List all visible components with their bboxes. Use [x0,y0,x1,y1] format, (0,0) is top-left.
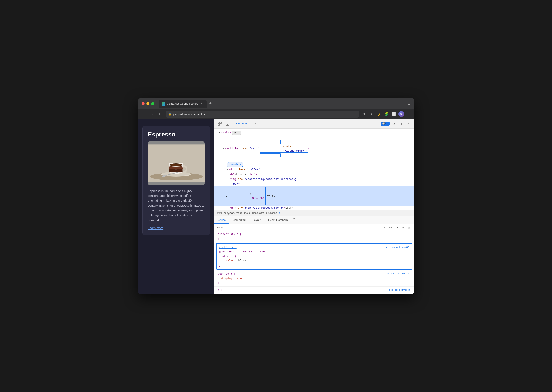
styles-tab-more[interactable]: » [291,217,297,224]
svg-point-10 [227,125,228,125]
expand-p-triangle[interactable]: ▶ [250,192,253,196]
coffee-card-title: Espresso [148,131,205,138]
filter-buttons: :hov .cls + ⧉ ⊟ [379,226,411,230]
dom-panel: ▼ <main> grid ▼ <article class= "card" s… [215,129,414,210]
hov-filter-button[interactable]: :hov [379,226,386,230]
p-element-outline: ▶ <p>…</p> [229,187,266,205]
devtools-more-button[interactable]: ⋮ [398,120,404,127]
styles-tab-styles[interactable]: Styles [215,217,229,224]
collapse-main-triangle[interactable]: ▼ [218,131,221,134]
container-badge: container [227,162,244,167]
add-style-button[interactable]: + [395,226,399,230]
coffee-image [148,141,205,185]
devtools-panel: Elements » 💬 1 ⚙ ⋮ ✕ [215,119,414,294]
active-browser-tab[interactable]: Container Queries coffee ✕ [159,100,207,108]
forward-button[interactable]: → [149,111,155,117]
address-bar[interactable]: 🔒 jec.fyi/demo/css-cq-coffee [166,111,359,118]
dom-main-line[interactable]: ▼ <main> grid [215,130,414,136]
new-tab-button[interactable]: + [208,101,214,107]
tab-elements[interactable]: Elements [232,119,251,129]
coffee-cup-svg [148,141,205,185]
extension-button[interactable]: ⚡ [376,111,382,117]
dom-a-line[interactable]: <a href= "http://coffee.com/mocha" > Lea… [215,206,414,210]
styles-tab-computed[interactable]: Computed [229,217,249,224]
traffic-lights [142,102,154,105]
share-button[interactable]: ⬆ [361,111,367,117]
element-style-rule: element.style { } [215,231,414,242]
breadcrumb-p[interactable]: p [279,211,280,215]
chat-badge[interactable]: 💬 1 [380,122,389,126]
tab-title: Container Queries coffee [167,102,198,105]
tab-close-button[interactable]: ✕ [200,102,204,105]
styles-content: element.style { } article.card css-cq-co… [215,231,414,294]
coffee-description: Espresso is the name of a highly concent… [148,189,205,223]
breadcrumb-article[interactable]: article.card [251,211,265,215]
svg-point-5 [170,163,181,166]
styles-panel: Styles Computed Layout Event Listeners » [215,216,414,294]
styles-tabs: Styles Computed Layout Event Listeners » [215,217,414,224]
devtools-settings-button[interactable]: ⚙ [391,120,397,127]
coffee-p-rule: .coffee p { css-cq-coffee:21 display : n… [215,271,414,287]
collapse-article-triangle[interactable]: ▼ [222,147,225,150]
breadcrumb: html body.dark-mode main article.card di… [215,210,414,216]
dom-img-line2: pg" > [215,182,414,186]
device-toolbar-button[interactable] [224,120,231,127]
refresh-button[interactable]: ↻ [157,111,163,117]
toggle-sidebar-button[interactable]: ⊟ [407,226,411,230]
cls-filter-button[interactable]: .cls [387,226,394,230]
tab-chevron[interactable]: ⌄ [407,101,411,106]
window-button[interactable]: ⬜ [391,111,397,117]
svg-rect-8 [218,122,220,123]
p-source[interactable]: css-cq-coffee:3 [389,288,410,292]
p-rule: p { css-cq-coffee:3 [215,287,414,294]
grid-badge: grid [232,131,241,135]
container-query-rule: article.card css-cq-coffee:30 @container… [216,243,412,270]
tabs-bar: Container Queries coffee ✕ + ⌄ [159,100,411,108]
bookmark-button[interactable]: ★ [369,111,375,117]
content-area: Espresso [138,119,414,294]
breadcrumb-div-coffee[interactable]: div.coffee [266,211,277,215]
copy-style-button[interactable]: ⧉ [401,226,405,230]
style-attr-outline: style= "width: 500px;" [260,140,308,157]
tab-favicon [162,102,165,105]
dom-p-line[interactable]: … ▶ <p>…</p> == $0 [215,186,414,206]
title-bar: Container Queries coffee ✕ + ⌄ [138,98,414,109]
menu-button[interactable]: ⋮ [405,111,411,117]
styles-tab-event-listeners[interactable]: Event Listeners [265,217,291,224]
coffee-p-source[interactable]: css-cq-coffee:21 [387,272,411,276]
tab-more[interactable]: » [251,119,260,129]
lock-icon: 🔒 [168,112,172,116]
dom-article-line[interactable]: ▼ <article class= "card" style= "width: … [215,135,414,162]
puzzle-button[interactable]: 🧩 [384,111,390,117]
styles-tab-layout[interactable]: Layout [249,217,265,224]
dom-container-badge-line: container [215,162,414,167]
dom-div-coffee-line[interactable]: ▼ <div class= "coffee" > [215,167,414,172]
collapse-div-triangle[interactable]: ▼ [226,168,229,171]
devtools-tabs: Elements » [232,119,379,129]
breadcrumb-body[interactable]: body.dark-mode [224,211,242,215]
dom-img-line[interactable]: <img src= "/assets/img/demo/cof-espresso… [215,177,414,182]
inspect-element-button[interactable] [217,120,223,127]
profile-avatar[interactable]: U [398,111,404,117]
url-text: jec.fyi/demo/css-cq-coffee [173,112,206,116]
maximize-traffic-light[interactable] [151,102,154,105]
devtools-toolbar-right: 💬 1 ⚙ ⋮ ✕ [380,120,412,127]
back-button[interactable]: ← [141,111,147,117]
browser-window: Container Queries coffee ✕ + ⌄ ← → ↻ 🔒 j… [138,98,414,294]
nav-bar: ← → ↻ 🔒 jec.fyi/demo/css-cq-coffee ⬆ ★ ⚡… [138,109,414,119]
container-source-link[interactable]: article.card [219,246,237,249]
learn-more-link[interactable]: Learn more [148,226,164,230]
devtools-toolbar: Elements » 💬 1 ⚙ ⋮ ✕ [215,119,414,129]
webpage-panel: Espresso [138,119,215,294]
devtools-close-button[interactable]: ✕ [406,120,412,127]
nav-actions: ⬆ ★ ⚡ 🧩 ⬜ U ⋮ [361,111,411,117]
coffee-card: Espresso [143,126,210,236]
breadcrumb-main[interactable]: main [244,211,250,215]
breadcrumb-html[interactable]: html [217,211,222,215]
styles-filter-bar: :hov .cls + ⧉ ⊟ [215,224,414,231]
container-source[interactable]: css-cq-coffee:30 [386,245,409,249]
close-traffic-light[interactable] [142,102,145,105]
styles-filter-input[interactable] [217,226,377,229]
dom-h1-line[interactable]: <h1> Espresso </h1> [215,172,414,177]
minimize-traffic-light[interactable] [146,102,150,105]
